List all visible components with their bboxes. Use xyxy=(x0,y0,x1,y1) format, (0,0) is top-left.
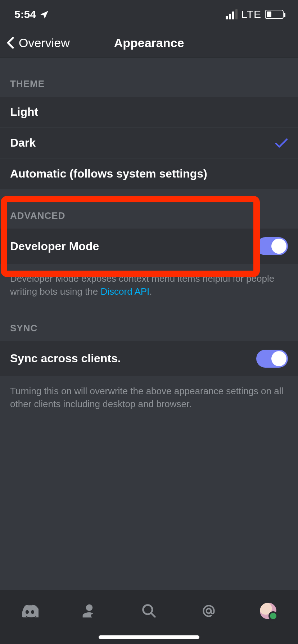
nav-bar: Overview Appearance xyxy=(0,29,298,58)
developer-mode-toggle[interactable] xyxy=(256,237,288,255)
theme-option-light[interactable]: Light xyxy=(0,97,298,128)
discord-logo-icon xyxy=(21,604,39,617)
chevron-left-icon xyxy=(6,37,14,49)
home-indicator xyxy=(99,635,199,639)
location-icon xyxy=(40,10,49,19)
theme-option-label: Automatic (follows system settings) xyxy=(10,167,207,180)
status-bar: 5:54 LTE xyxy=(0,0,298,29)
discord-api-link[interactable]: Discord API xyxy=(100,286,149,297)
battery-icon xyxy=(265,10,284,19)
developer-mode-footer: Developer Mode exposes context menu item… xyxy=(0,264,298,308)
at-icon xyxy=(201,603,217,619)
theme-option-label: Dark xyxy=(10,136,36,150)
sync-footer: Turning this on will overwrite the above… xyxy=(0,377,298,421)
svg-line-1 xyxy=(151,613,155,617)
status-time: 5:54 xyxy=(14,8,36,20)
friends-icon xyxy=(81,603,97,619)
tab-mentions[interactable] xyxy=(198,600,220,622)
tab-profile[interactable] xyxy=(257,600,279,622)
theme-option-label: Light xyxy=(10,105,38,119)
search-icon xyxy=(141,603,157,619)
sync-row[interactable]: Sync across clients. xyxy=(0,341,298,377)
section-header-advanced: ADVANCED xyxy=(0,189,298,229)
section-header-sync: SYNC xyxy=(0,308,298,341)
developer-mode-row[interactable]: Developer Mode xyxy=(0,229,298,264)
sync-label: Sync across clients. xyxy=(10,352,121,365)
section-header-theme: THEME xyxy=(0,58,298,97)
back-button[interactable]: Overview xyxy=(0,36,70,50)
tab-friends[interactable] xyxy=(78,600,100,622)
sync-toggle[interactable] xyxy=(256,350,288,368)
network-label: LTE xyxy=(241,8,261,20)
developer-mode-label: Developer Mode xyxy=(10,240,99,253)
back-label: Overview xyxy=(19,36,70,50)
theme-option-automatic[interactable]: Automatic (follows system settings) xyxy=(0,158,298,189)
theme-option-dark[interactable]: Dark xyxy=(0,128,298,158)
avatar xyxy=(260,603,276,619)
check-icon xyxy=(275,138,288,148)
tab-search[interactable] xyxy=(138,600,160,622)
tab-home[interactable] xyxy=(19,600,41,622)
cellular-signal-icon xyxy=(226,9,238,19)
tab-bar xyxy=(0,590,298,644)
